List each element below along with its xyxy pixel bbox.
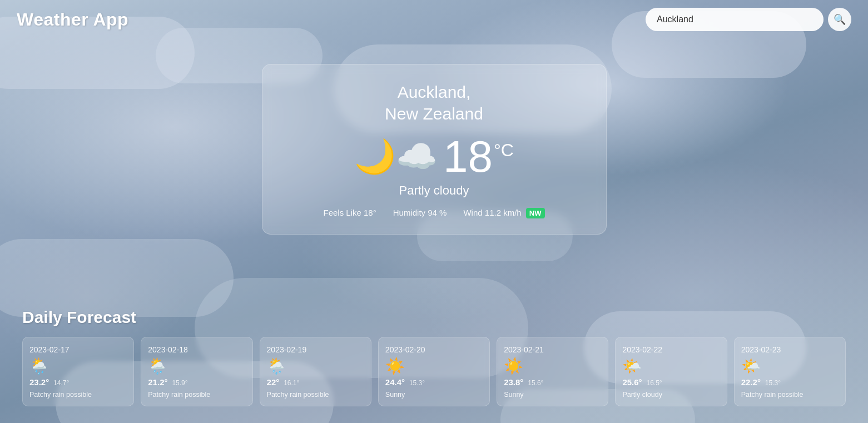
forecast-description: Partly cloudy xyxy=(622,390,720,399)
forecast-date: 2023-02-18 xyxy=(148,345,245,354)
search-button[interactable]: 🔍 xyxy=(828,8,851,31)
forecast-high: 21.2° xyxy=(148,377,167,387)
humidity-label: Humidity xyxy=(393,208,425,217)
forecast-icon: 🌤️ xyxy=(741,359,839,374)
forecast-card: 2023-02-19 🌦️ 22° 16.1° Patchy rain poss… xyxy=(260,337,371,406)
forecast-icon: 🌦️ xyxy=(29,359,127,374)
forecast-high: 22° xyxy=(267,377,280,387)
forecast-card: 2023-02-17 🌦️ 23.2° 14.7° Patchy rain po… xyxy=(22,337,134,406)
forecast-date: 2023-02-20 xyxy=(385,345,483,354)
wind-label: Wind xyxy=(463,208,482,217)
search-icon: 🔍 xyxy=(834,13,846,26)
forecast-card: 2023-02-23 🌤️ 22.2° 15.3° Patchy rain po… xyxy=(734,337,846,406)
city-country: Auckland, New Zealand xyxy=(285,81,584,125)
forecast-date: 2023-02-23 xyxy=(741,345,839,354)
forecast-low: 15.3° xyxy=(409,379,425,387)
forecast-low: 15.6° xyxy=(528,379,543,387)
temperature-value: 18 xyxy=(443,132,493,181)
forecast-icon: 🌦️ xyxy=(267,359,364,374)
forecast-icon: 🌦️ xyxy=(148,359,245,374)
feels-like-label: Feels Like xyxy=(323,208,361,217)
wind-value: 11.2 km/h xyxy=(485,208,522,217)
header: Weather App 🔍 xyxy=(0,0,868,39)
search-input[interactable] xyxy=(646,8,824,31)
forecast-description: Patchy rain possible xyxy=(741,390,839,399)
city-name: Auckland, xyxy=(398,83,471,101)
forecast-card: 2023-02-18 🌦️ 21.2° 15.9° Patchy rain po… xyxy=(141,337,252,406)
forecast-description: Sunny xyxy=(504,390,601,399)
forecast-date: 2023-02-21 xyxy=(504,345,601,354)
forecast-high: 24.4° xyxy=(385,377,405,387)
forecast-date: 2023-02-22 xyxy=(622,345,720,354)
forecast-high: 25.6° xyxy=(622,377,642,387)
forecast-date: 2023-02-17 xyxy=(29,345,127,354)
forecast-high: 23.2° xyxy=(29,377,49,387)
forecast-icon: ☀️ xyxy=(504,359,601,374)
forecast-temps: 22° 16.1° xyxy=(267,377,364,387)
forecast-low: 14.7° xyxy=(53,379,69,387)
country-name: New Zealand xyxy=(385,104,483,123)
forecast-temps: 21.2° 15.9° xyxy=(148,377,245,387)
forecast-card: 2023-02-22 🌤️ 25.6° 16.5° Partly cloudy xyxy=(615,337,727,406)
forecast-temps: 22.2° 15.3° xyxy=(741,377,839,387)
weather-details: Feels Like 18° Humidity 94 % Wind 11.2 k… xyxy=(285,208,584,218)
forecast-temps: 23.8° 15.6° xyxy=(504,377,601,387)
forecast-low: 15.3° xyxy=(765,379,781,387)
forecast-description: Patchy rain possible xyxy=(267,390,364,399)
wind-direction-badge: NW xyxy=(526,208,545,218)
current-weather-icon: 🌙☁️ xyxy=(354,140,438,173)
feels-like-value: 18° xyxy=(364,208,376,217)
humidity: Humidity 94 % xyxy=(393,208,447,218)
forecast-card: 2023-02-21 ☀️ 23.8° 15.6° Sunny xyxy=(497,337,608,406)
forecast-description: Sunny xyxy=(385,390,483,399)
forecast-icon: ☀️ xyxy=(385,359,483,374)
feels-like: Feels Like 18° xyxy=(323,208,376,218)
temperature-unit: °C xyxy=(494,140,514,160)
forecast-card: 2023-02-20 ☀️ 24.4° 15.3° Sunny xyxy=(378,337,490,406)
forecast-temps: 23.2° 14.7° xyxy=(29,377,127,387)
weather-main: 🌙☁️ 18°C xyxy=(285,135,584,179)
forecast-high: 23.8° xyxy=(504,377,523,387)
forecast-section: Daily Forecast 2023-02-17 🌦️ 23.2° 14.7°… xyxy=(0,308,868,406)
forecast-title: Daily Forecast xyxy=(22,308,846,327)
forecast-temps: 24.4° 15.3° xyxy=(385,377,483,387)
forecast-temps: 25.6° 16.5° xyxy=(622,377,720,387)
weather-description: Partly cloudy xyxy=(285,183,584,198)
forecast-high: 22.2° xyxy=(741,377,761,387)
forecast-date: 2023-02-19 xyxy=(267,345,364,354)
forecast-description: Patchy rain possible xyxy=(29,390,127,399)
weather-card: Auckland, New Zealand 🌙☁️ 18°C Partly cl… xyxy=(262,64,607,235)
forecast-description: Patchy rain possible xyxy=(148,390,245,399)
forecast-grid: 2023-02-17 🌦️ 23.2° 14.7° Patchy rain po… xyxy=(22,337,846,406)
forecast-low: 16.1° xyxy=(284,379,299,387)
app-title: Weather App xyxy=(17,9,128,30)
humidity-value: 94 % xyxy=(428,208,447,217)
forecast-low: 15.9° xyxy=(172,379,187,387)
wind: Wind 11.2 km/h NW xyxy=(463,208,544,218)
forecast-low: 16.5° xyxy=(647,379,662,387)
forecast-icon: 🌤️ xyxy=(622,359,720,374)
temperature-display: 18°C xyxy=(443,135,514,179)
search-container: 🔍 xyxy=(646,8,851,31)
